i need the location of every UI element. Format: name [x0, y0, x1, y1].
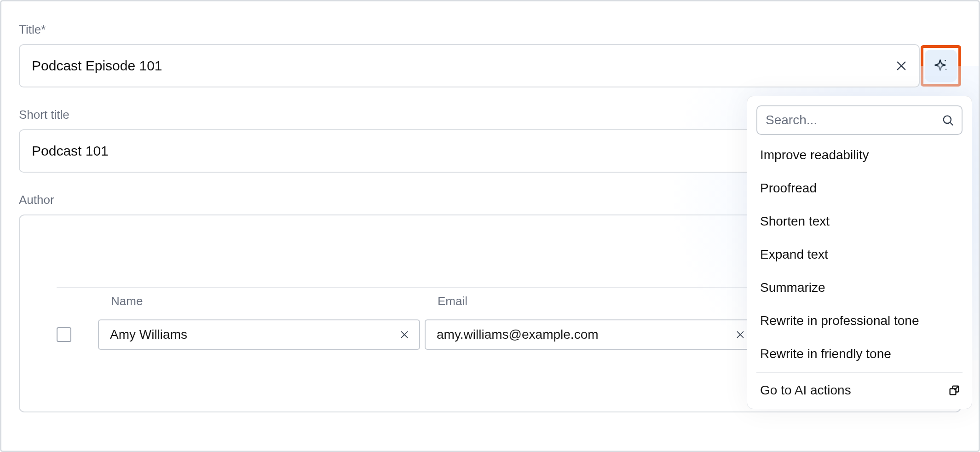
ai-actions-button[interactable] — [925, 50, 957, 82]
ai-actions-go-to-link[interactable]: Go to AI actions — [747, 375, 972, 406]
popover-separator — [756, 372, 963, 373]
ai-action-proofread[interactable]: Proofread — [747, 172, 972, 205]
close-icon — [895, 59, 908, 72]
ai-action-improve-readability[interactable]: Improve readability — [747, 139, 972, 172]
author-name-input[interactable]: Amy Williams — [98, 319, 420, 350]
author-row-checkbox[interactable] — [57, 327, 71, 342]
author-name-value: Amy Williams — [110, 327, 394, 342]
form-page: Title* Short title — [0, 0, 980, 452]
ai-button-highlight — [921, 45, 961, 87]
ai-action-rewrite-friendly[interactable]: Rewrite in friendly tone — [747, 337, 972, 371]
author-email-value: amy.williams@example.com — [437, 327, 730, 342]
open-external-icon — [948, 384, 961, 397]
svg-line-13 — [950, 122, 952, 125]
ai-actions-footer-label: Go to AI actions — [760, 383, 851, 398]
svg-point-2 — [945, 60, 946, 61]
ai-action-shorten-text[interactable]: Shorten text — [747, 205, 972, 238]
search-icon — [941, 114, 954, 127]
svg-point-3 — [945, 69, 947, 70]
author-email-input[interactable]: amy.williams@example.com — [425, 319, 756, 350]
title-input-wrap — [19, 44, 920, 87]
ai-action-rewrite-professional[interactable]: Rewrite in professional tone — [747, 304, 972, 337]
ai-actions-search[interactable] — [756, 105, 963, 135]
sparkle-icon — [932, 57, 950, 75]
ai-actions-search-input[interactable] — [765, 112, 941, 128]
title-input[interactable] — [20, 58, 888, 74]
author-name-clear-button[interactable] — [394, 325, 415, 345]
ai-action-summarize[interactable]: Summarize — [747, 271, 972, 304]
title-clear-button[interactable] — [888, 52, 915, 80]
title-field: Title* — [19, 23, 961, 87]
title-label: Title* — [19, 23, 961, 37]
column-email-header: Email — [425, 294, 756, 308]
close-icon — [399, 330, 409, 340]
column-name-header: Name — [98, 294, 420, 308]
close-icon — [735, 330, 745, 340]
ai-action-expand-text[interactable]: Expand text — [747, 238, 972, 271]
ai-actions-popover: Improve readability Proofread Shorten te… — [747, 96, 972, 409]
